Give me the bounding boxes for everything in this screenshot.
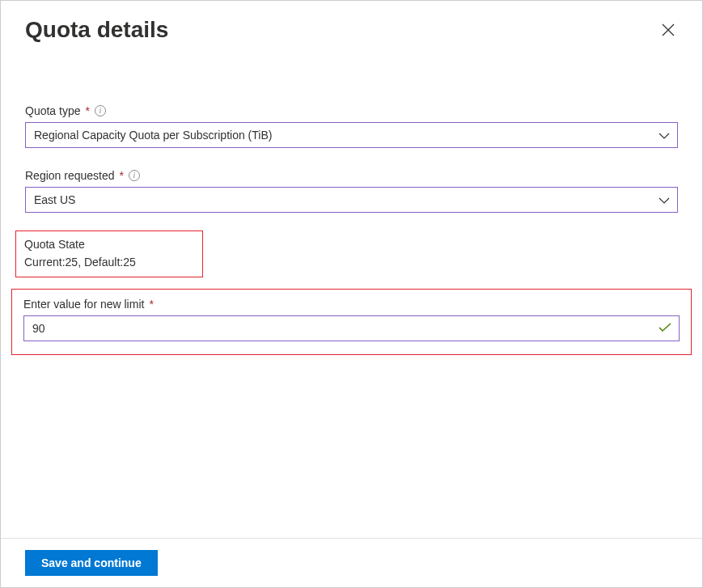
close-icon — [662, 23, 675, 36]
region-value: East US — [34, 193, 75, 206]
page-title: Quota details — [25, 17, 168, 43]
close-button[interactable] — [659, 20, 678, 40]
footer: Save and continue — [1, 538, 702, 587]
quota-state-value: Current:25, Default:25 — [24, 256, 194, 269]
info-icon[interactable]: i — [95, 105, 106, 116]
quota-state-label: Quota State — [24, 238, 194, 251]
quota-type-select[interactable]: Regional Capacity Quota per Subscription… — [25, 122, 678, 148]
region-field: Region requested * i East US — [25, 169, 678, 213]
quota-type-field: Quota type * i Regional Capacity Quota p… — [25, 104, 678, 148]
required-indicator: * — [86, 104, 90, 117]
quota-state-highlight: Quota State Current:25, Default:25 — [15, 231, 203, 277]
save-continue-button[interactable]: Save and continue — [25, 550, 158, 576]
new-limit-highlight: Enter value for new limit * — [11, 289, 692, 355]
region-label: Region requested — [25, 169, 115, 182]
region-select[interactable]: East US — [25, 187, 678, 213]
quota-type-value: Regional Capacity Quota per Subscription… — [34, 129, 272, 142]
info-icon[interactable]: i — [129, 170, 140, 181]
new-limit-label: Enter value for new limit — [23, 298, 144, 311]
required-indicator: * — [149, 298, 153, 311]
required-indicator: * — [120, 169, 124, 182]
quota-type-label: Quota type — [25, 104, 81, 117]
new-limit-input[interactable] — [23, 315, 680, 341]
